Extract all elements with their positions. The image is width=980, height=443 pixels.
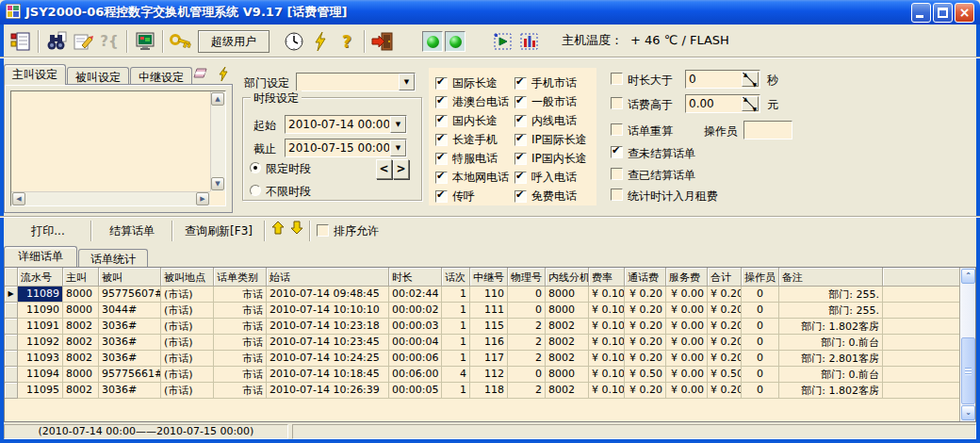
spinner-icon[interactable] <box>742 96 759 111</box>
table-cell[interactable]: 0 <box>508 367 546 383</box>
table-cell[interactable]: 2 <box>508 319 546 335</box>
key-button[interactable] <box>168 28 194 55</box>
table-cell[interactable]: 95775661# <box>99 367 161 383</box>
table-cell[interactable]: ¥ 0.50 <box>708 367 742 383</box>
table-cell[interactable]: (市话) <box>161 319 214 335</box>
table-cell[interactable]: (市话) <box>161 335 214 351</box>
table-cell[interactable]: ¥ 0.20 <box>708 335 742 351</box>
exit-button[interactable] <box>369 28 396 55</box>
lightning-button[interactable] <box>307 28 334 55</box>
checkbox-checked-icon[interactable] <box>435 115 448 127</box>
checkbox-checked-icon[interactable] <box>514 153 527 165</box>
table-cell[interactable]: 市话 <box>214 383 267 399</box>
table-cell[interactable]: 0 <box>742 367 779 383</box>
table-cell[interactable]: 2010-07-14 10:23:18 <box>267 319 389 335</box>
table-cell[interactable]: 110 <box>470 287 508 303</box>
column-header[interactable]: 中继号 <box>470 268 508 287</box>
table-cell[interactable]: 8002 <box>546 351 589 367</box>
table-cell[interactable]: 1 <box>442 335 470 351</box>
table-cell[interactable]: 8002 <box>63 383 99 399</box>
column-header[interactable]: 话次 <box>442 268 470 287</box>
table-cell[interactable]: 112 <box>470 367 508 383</box>
call-type-option[interactable]: 内线电话 <box>514 111 587 130</box>
table-row[interactable]: 1109380023036#(市话)市话2010-07-14 10:24:250… <box>5 351 959 367</box>
table-cell[interactable]: 2 <box>508 383 546 399</box>
table-cell[interactable]: 2010-07-14 10:23:45 <box>267 335 389 351</box>
call-type-option[interactable]: 免费电话 <box>514 187 587 205</box>
super-user-button[interactable]: 超级用户 <box>198 30 270 53</box>
table-cell[interactable]: ¥ 0.20 <box>708 383 742 399</box>
scrollbar-thumb[interactable] <box>961 337 975 404</box>
table-cell[interactable]: 00:00:03 <box>389 319 442 335</box>
table-cell[interactable]: 115 <box>470 319 508 335</box>
table-cell[interactable]: (市话) <box>161 287 214 303</box>
table-cell[interactable]: 市话 <box>214 367 267 383</box>
row-indicator[interactable] <box>5 303 18 319</box>
table-cell[interactable]: ¥ 0.20 <box>708 303 742 319</box>
scroll-right-icon[interactable]: ▶ <box>196 192 209 205</box>
column-header[interactable]: 始话 <box>267 268 389 287</box>
table-cell[interactable]: 3036# <box>99 383 161 399</box>
start-datetime-select[interactable]: 2010-07-14 00:00▼ <box>285 115 407 134</box>
checkbox-checked-icon[interactable] <box>514 172 527 184</box>
table-cell[interactable]: 2010-07-14 10:26:39 <box>267 383 389 399</box>
table-cell[interactable]: 1 <box>442 319 470 335</box>
table-cell[interactable]: 8000 <box>546 303 589 319</box>
column-header[interactable]: 服务费 <box>666 268 708 287</box>
checkbox-checked-icon[interactable] <box>435 172 448 184</box>
eraser-button[interactable] <box>191 66 210 85</box>
table-cell[interactable]: 0 <box>742 351 779 367</box>
call-type-option[interactable]: IP国际长途 <box>514 130 587 149</box>
table-cell[interactable]: 3036# <box>99 351 161 367</box>
table-cell[interactable]: 11089 <box>18 287 63 303</box>
column-header[interactable]: 流水号 <box>18 268 63 287</box>
table-cell[interactable]: 11090 <box>18 303 63 319</box>
table-cell[interactable]: 8000 <box>63 287 99 303</box>
led-indicator-2[interactable] <box>445 31 466 52</box>
table-cell[interactable]: 市话 <box>214 319 267 335</box>
table-cell[interactable]: 00:00:06 <box>389 351 442 367</box>
textarea-hscrollbar[interactable]: ◀ ▶ <box>11 191 210 205</box>
table-cell[interactable]: ¥ 0.00 <box>666 383 708 399</box>
table-cell[interactable]: 部门: 255. <box>779 303 883 319</box>
table-row[interactable]: 1109080003044#(市话)市话2010-07-14 10:10:100… <box>5 303 959 319</box>
table-cell[interactable]: 0 <box>508 287 546 303</box>
limited-period-radio[interactable] <box>250 162 261 173</box>
maximize-button[interactable] <box>933 3 953 23</box>
table-row[interactable]: 1109180023036#(市话)市话2010-07-14 10:23:180… <box>5 319 959 335</box>
column-header[interactable]: 合计 <box>708 268 742 287</box>
table-cell[interactable]: 00:00:04 <box>389 335 442 351</box>
edit-button[interactable] <box>70 28 96 55</box>
tab-record-statistics[interactable]: 话单统计 <box>78 249 148 267</box>
table-cell[interactable]: 00:00:02 <box>389 303 442 319</box>
unsettled-checkbox[interactable] <box>611 146 623 158</box>
duration-input[interactable]: 0 <box>685 70 760 89</box>
table-cell[interactable]: 0 <box>742 287 779 303</box>
table-cell[interactable]: ¥ 0.20 <box>625 303 666 319</box>
table-cell[interactable]: ¥ 0.20 <box>625 335 666 351</box>
call-type-option[interactable]: IP国内长途 <box>514 149 587 168</box>
table-cell[interactable]: 00:00:05 <box>389 383 442 399</box>
table-cell[interactable]: 1 <box>442 303 470 319</box>
checkbox-checked-icon[interactable] <box>435 134 448 146</box>
column-header[interactable]: 内线分机 <box>546 268 589 287</box>
column-header[interactable]: 被叫 <box>99 268 161 287</box>
fee-input[interactable]: 0.00 <box>685 94 760 113</box>
table-cell[interactable]: 1 <box>442 383 470 399</box>
table-cell[interactable]: 00:02:44 <box>389 287 442 303</box>
column-header[interactable]: 备注 <box>779 268 883 287</box>
table-cell[interactable]: 0 <box>508 303 546 319</box>
table-cell[interactable]: (市话) <box>161 367 214 383</box>
table-cell[interactable]: 11093 <box>18 351 63 367</box>
table-cell[interactable]: 1 <box>442 287 470 303</box>
table-cell[interactable]: ¥ 0.10 <box>589 287 625 303</box>
table-cell[interactable]: ¥ 0.10 <box>589 351 625 367</box>
table-cell[interactable]: ¥ 0.20 <box>708 351 742 367</box>
table-cell[interactable]: ¥ 0.00 <box>666 303 708 319</box>
table-cell[interactable]: (市话) <box>161 351 214 367</box>
checkbox-checked-icon[interactable] <box>435 96 448 108</box>
row-indicator[interactable] <box>5 383 18 399</box>
call-type-option[interactable]: 长途手机 <box>435 130 509 149</box>
column-header[interactable]: 被叫地点 <box>161 268 214 287</box>
table-cell[interactable]: 市话 <box>214 303 267 319</box>
